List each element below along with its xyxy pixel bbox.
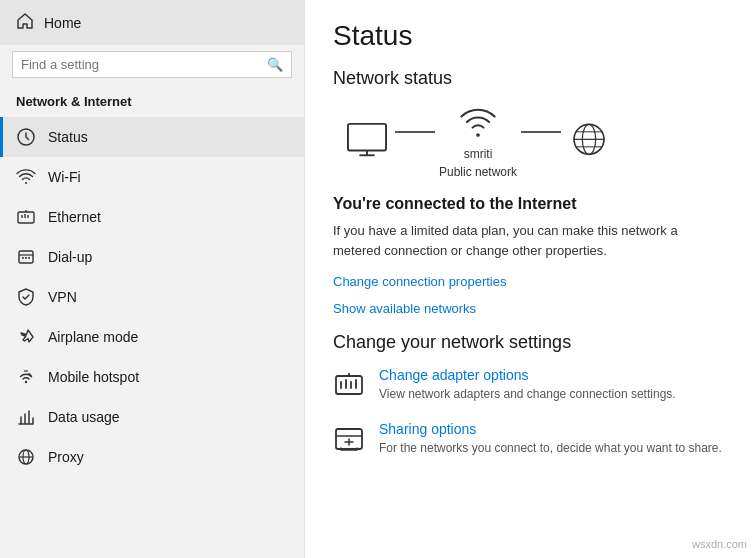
adapter-options-item[interactable]: Change adapter options View network adap… [333, 367, 727, 403]
search-container: 🔍 [12, 51, 292, 78]
network-diagram: smriti Public network [333, 103, 727, 179]
sidebar-item-vpn[interactable]: VPN [0, 277, 304, 317]
main-content: Status Network status smriti Public netw… [305, 0, 755, 558]
dialup-icon [16, 247, 36, 267]
sidebar: Home 🔍 Network & Internet Status Wi-Fi [0, 0, 305, 558]
change-heading: Change your network settings [333, 332, 727, 353]
sidebar-item-hotspot[interactable]: Mobile hotspot [0, 357, 304, 397]
proxy-icon [16, 447, 36, 467]
connected-text: You're connected to the Internet [333, 195, 727, 213]
svg-point-9 [25, 257, 27, 259]
sharing-options-item[interactable]: Sharing options For the networks you con… [333, 421, 727, 457]
line1 [395, 131, 435, 133]
svg-rect-24 [336, 376, 362, 394]
network-type-label: Public network [439, 165, 517, 179]
adapter-icon [333, 369, 365, 401]
sidebar-item-label-status: Status [48, 129, 88, 145]
line2 [521, 131, 561, 133]
network-name-label: smriti [464, 147, 493, 161]
watermark: wsxdn.com [692, 538, 747, 550]
sharing-text-container: Sharing options For the networks you con… [379, 421, 722, 457]
hotspot-icon [16, 367, 36, 387]
sidebar-item-label-datausage: Data usage [48, 409, 120, 425]
router-wifi-icon [454, 103, 502, 143]
svg-rect-16 [348, 124, 386, 151]
sidebar-item-wifi[interactable]: Wi-Fi [0, 157, 304, 197]
sidebar-home-label: Home [44, 15, 81, 31]
search-icon[interactable]: 🔍 [267, 57, 283, 72]
sidebar-item-dialup[interactable]: Dial-up [0, 237, 304, 277]
sidebar-section-title: Network & Internet [0, 88, 304, 117]
wifi-nav-icon [16, 167, 36, 187]
home-icon [16, 12, 34, 33]
sidebar-home[interactable]: Home [0, 0, 304, 45]
sidebar-item-proxy[interactable]: Proxy [0, 437, 304, 477]
description-text: If you have a limited data plan, you can… [333, 221, 727, 260]
sidebar-item-label-ethernet: Ethernet [48, 209, 101, 225]
sidebar-item-airplane[interactable]: Airplane mode [0, 317, 304, 357]
sidebar-item-status[interactable]: Status [0, 117, 304, 157]
sharing-desc: For the networks you connect to, decide … [379, 440, 722, 457]
globe-icon [565, 121, 613, 161]
globe-icon-container [565, 121, 613, 161]
change-connection-link[interactable]: Change connection properties [333, 274, 727, 289]
svg-point-8 [22, 257, 24, 259]
vpn-icon [16, 287, 36, 307]
sidebar-item-label-proxy: Proxy [48, 449, 84, 465]
airplane-icon [16, 327, 36, 347]
adapter-text-container: Change adapter options View network adap… [379, 367, 676, 403]
show-networks-link[interactable]: Show available networks [333, 301, 727, 316]
sidebar-item-datausage[interactable]: Data usage [0, 397, 304, 437]
sidebar-item-label-dialup: Dial-up [48, 249, 92, 265]
sidebar-item-label-hotspot: Mobile hotspot [48, 369, 139, 385]
monitor-icon [343, 121, 391, 161]
page-title: Status [333, 20, 727, 52]
sidebar-item-ethernet[interactable]: Ethernet [0, 197, 304, 237]
svg-point-11 [25, 381, 27, 383]
sidebar-item-label-wifi: Wi-Fi [48, 169, 81, 185]
network-status-heading: Network status [333, 68, 727, 89]
router-icon-container: smriti Public network [439, 103, 517, 179]
sidebar-item-label-vpn: VPN [48, 289, 77, 305]
sharing-icon [333, 423, 365, 455]
sharing-title: Sharing options [379, 421, 722, 437]
sidebar-item-label-airplane: Airplane mode [48, 329, 138, 345]
adapter-title: Change adapter options [379, 367, 676, 383]
adapter-desc: View network adapters and change connect… [379, 386, 676, 403]
datausage-icon [16, 407, 36, 427]
search-input[interactable] [21, 57, 267, 72]
ethernet-icon [16, 207, 36, 227]
svg-point-10 [28, 257, 30, 259]
status-icon [16, 127, 36, 147]
svg-rect-1 [18, 212, 34, 223]
computer-icon-container [343, 121, 391, 161]
